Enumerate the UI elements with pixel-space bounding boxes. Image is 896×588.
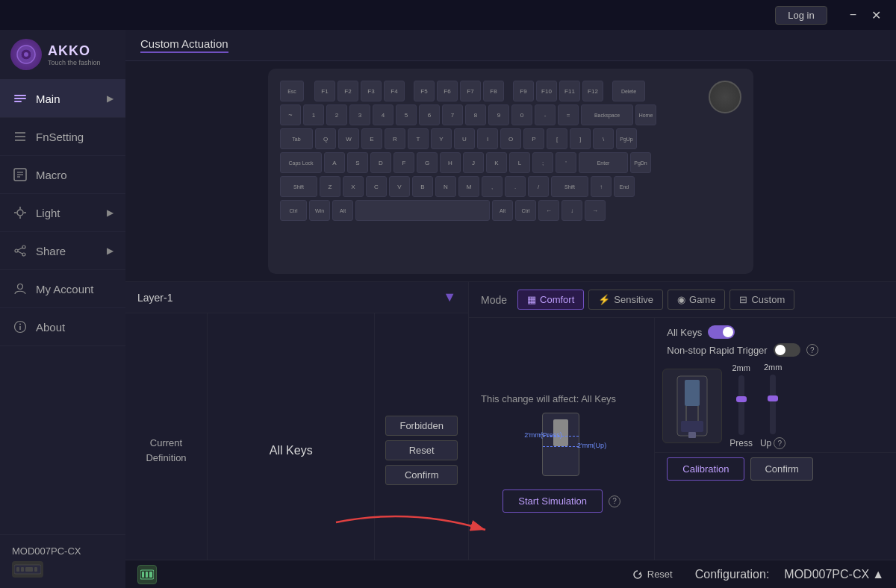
key-d[interactable]: D xyxy=(370,152,391,173)
key-5[interactable]: 5 xyxy=(396,104,417,125)
all-keys-toggle[interactable] xyxy=(708,325,735,339)
sidebar-item-fnsetting[interactable]: FnSetting xyxy=(0,118,125,156)
key-2[interactable]: 2 xyxy=(326,104,347,125)
key-m[interactable]: M xyxy=(458,176,479,197)
key-g[interactable]: G xyxy=(417,152,438,173)
key-comma[interactable]: , xyxy=(482,176,503,197)
key-lbracket[interactable]: [ xyxy=(547,128,567,149)
status-reset-button[interactable]: Reset xyxy=(632,569,673,580)
key-backspace[interactable]: Backspace xyxy=(581,104,633,125)
key-8[interactable]: 8 xyxy=(465,104,486,125)
key-period[interactable]: . xyxy=(505,176,526,197)
key-enter[interactable]: Enter xyxy=(579,152,628,173)
key-ralt[interactable]: Alt xyxy=(492,200,513,221)
key-s[interactable]: S xyxy=(347,152,368,173)
key-f6[interactable]: F6 xyxy=(437,81,458,101)
key-rshift[interactable]: Shift xyxy=(551,176,588,197)
sidebar-item-light[interactable]: Light ▶ xyxy=(0,194,125,232)
key-f9[interactable]: F9 xyxy=(513,81,534,101)
key-z[interactable]: Z xyxy=(320,176,340,197)
key-r[interactable]: R xyxy=(385,128,405,149)
key-h[interactable]: H xyxy=(440,152,461,173)
key-y[interactable]: Y xyxy=(431,128,452,149)
key-f2[interactable]: F2 xyxy=(337,81,358,101)
reset-button[interactable]: Reset xyxy=(385,440,458,460)
key-lalt[interactable]: Alt xyxy=(332,200,353,221)
key-f5[interactable]: F5 xyxy=(414,81,435,101)
key-0[interactable]: 0 xyxy=(511,104,532,125)
minimize-button[interactable]: − xyxy=(842,7,864,23)
key-pgdn[interactable]: PgDn xyxy=(630,152,651,173)
key-f10[interactable]: F10 xyxy=(536,81,557,101)
key-j[interactable]: J xyxy=(463,152,484,173)
key-o[interactable]: O xyxy=(500,128,521,149)
key-k[interactable]: K xyxy=(486,152,507,173)
up-slider-handle[interactable] xyxy=(768,395,778,401)
key-l[interactable]: L xyxy=(509,152,530,173)
key-t[interactable]: T xyxy=(408,128,429,149)
key-f3[interactable]: F3 xyxy=(361,81,382,101)
key-4[interactable]: 4 xyxy=(373,104,393,125)
key-space[interactable] xyxy=(355,200,490,221)
key-quote[interactable]: ' xyxy=(556,152,576,173)
key-f11[interactable]: F11 xyxy=(559,81,580,101)
key-win[interactable]: Win xyxy=(309,200,330,221)
key-f7[interactable]: F7 xyxy=(460,81,481,101)
key-7[interactable]: 7 xyxy=(442,104,463,125)
forbidden-button[interactable]: Forbidden xyxy=(385,416,458,436)
rapid-trigger-help-icon[interactable]: ? xyxy=(806,344,818,356)
key-6[interactable]: 6 xyxy=(419,104,440,125)
key-lctrl[interactable]: Ctrl xyxy=(280,200,307,221)
key-del[interactable]: Delete xyxy=(612,81,645,101)
key-f1[interactable]: F1 xyxy=(314,81,335,101)
key-a[interactable]: A xyxy=(324,152,345,173)
key-f8[interactable]: F8 xyxy=(483,81,504,101)
key-slash[interactable]: / xyxy=(528,176,549,197)
mode-custom-button[interactable]: ⊟ Custom xyxy=(729,290,794,310)
key-q[interactable]: Q xyxy=(315,128,336,149)
confirm-calibration-button[interactable]: Confirm xyxy=(750,457,813,481)
confirm-button[interactable]: Confirm xyxy=(385,465,458,485)
key-semicolon[interactable]: ; xyxy=(532,152,553,173)
key-rbracket[interactable]: ] xyxy=(570,128,591,149)
key-down[interactable]: ↓ xyxy=(561,200,582,221)
key-3[interactable]: 3 xyxy=(349,104,370,125)
press-slider-handle[interactable] xyxy=(736,396,747,402)
key-f12[interactable]: F12 xyxy=(582,81,603,101)
key-v[interactable]: V xyxy=(389,176,410,197)
key-b[interactable]: B xyxy=(412,176,433,197)
key-backslash[interactable]: \ xyxy=(593,128,614,149)
key-tilde[interactable]: ~ xyxy=(280,104,301,125)
key-minus[interactable]: - xyxy=(535,104,556,125)
key-rctrl[interactable]: Ctrl xyxy=(515,200,536,221)
key-tab[interactable]: Tab xyxy=(280,128,313,149)
key-lshift[interactable]: Shift xyxy=(280,176,317,197)
sidebar-item-share[interactable]: Share ▶ xyxy=(0,232,125,270)
mode-comfort-button[interactable]: ▦ Comfort xyxy=(517,290,584,310)
key-i[interactable]: I xyxy=(477,128,498,149)
key-f[interactable]: F xyxy=(393,152,414,173)
key-end[interactable]: End xyxy=(614,176,635,197)
key-pgup[interactable]: PgUp xyxy=(616,128,637,149)
sidebar-item-myaccount[interactable]: My Account xyxy=(0,270,125,308)
key-caps[interactable]: Caps Lock xyxy=(280,152,322,173)
rapid-trigger-toggle[interactable] xyxy=(774,343,800,357)
up-help-icon[interactable]: ? xyxy=(774,437,785,449)
close-button[interactable]: ✕ xyxy=(864,7,889,24)
key-p[interactable]: P xyxy=(523,128,544,149)
key-1[interactable]: 1 xyxy=(303,104,324,125)
key-home[interactable]: Home xyxy=(635,104,656,125)
sidebar-item-macro[interactable]: Macro xyxy=(0,156,125,194)
key-f4[interactable]: F4 xyxy=(384,81,405,101)
sidebar-item-main[interactable]: Main ▶ xyxy=(0,80,125,118)
layer-dropdown[interactable]: Layer-1 ▼ xyxy=(125,282,468,313)
mode-sensitive-button[interactable]: ⚡ Sensitive xyxy=(588,290,663,310)
key-left[interactable]: ← xyxy=(538,200,559,221)
key-9[interactable]: 9 xyxy=(488,104,509,125)
key-e[interactable]: E xyxy=(361,128,382,149)
start-simulation-button[interactable]: Start Simulation xyxy=(503,490,603,513)
key-w[interactable]: W xyxy=(338,128,359,149)
key-up[interactable]: ↑ xyxy=(591,176,612,197)
simulation-help-icon[interactable]: ? xyxy=(609,495,620,507)
sidebar-item-about[interactable]: About xyxy=(0,308,125,346)
